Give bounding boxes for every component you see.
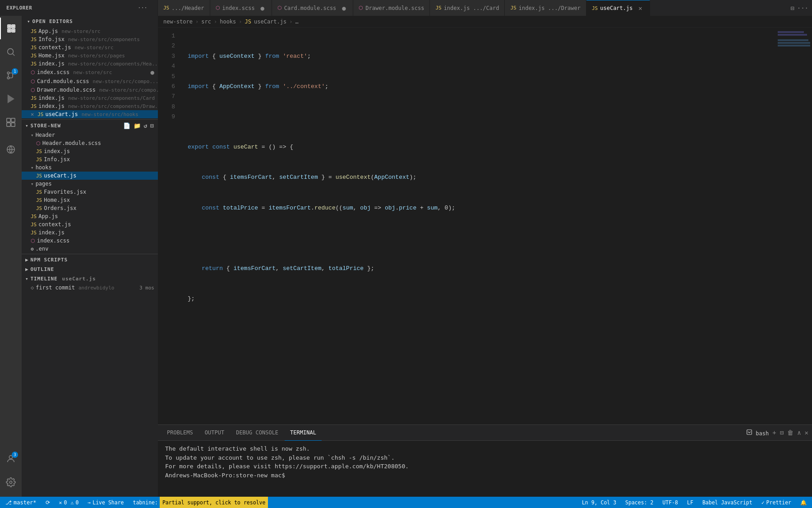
- store-new-header[interactable]: ▾ STORE-NEW 📄 📁 ↺ ⊟: [22, 121, 158, 131]
- tab-close-button[interactable]: ●: [259, 5, 266, 12]
- cursor-position-item[interactable]: Ln 9, Col 3: [580, 497, 618, 508]
- notifications-item[interactable]: 🔔: [798, 497, 808, 508]
- tab-indexjs-drawer[interactable]: JS index.js .../Drawer: [505, 0, 586, 16]
- open-editor-indexjs-draw[interactable]: JS index.js new-store/src/components/Dra…: [22, 102, 158, 110]
- close-usecart-button[interactable]: ✕: [31, 111, 34, 117]
- tab-close-button[interactable]: ✕: [637, 5, 644, 12]
- folder-hooks[interactable]: ▾ hooks: [22, 163, 158, 172]
- timeline-header[interactable]: ▾ TIMELINE useCart.js: [22, 274, 158, 284]
- account-activity-icon[interactable]: 3: [0, 448, 22, 470]
- line-numbers: 1 2 3 4 5 6 7 8 9: [158, 28, 180, 424]
- errors-item[interactable]: ✕ 0 ⚠ 0: [57, 497, 81, 508]
- terminal-content: The default interactive shell is now zsh…: [158, 441, 812, 497]
- file-indexjs-root[interactable]: JS index.js: [22, 228, 158, 237]
- new-folder-button[interactable]: 📁: [134, 122, 141, 129]
- maximize-panel-button[interactable]: ∧: [797, 429, 801, 436]
- tab-indexjs-card[interactable]: JS index.js .../Card: [430, 0, 505, 16]
- open-editor-indexjs-hea[interactable]: JS index.js new-store/src/components/Hea…: [22, 60, 158, 68]
- open-editor-homejsx[interactable]: JS Home.jsx new-store/src/pages: [22, 51, 158, 60]
- encoding-item[interactable]: UTF-8: [660, 497, 680, 508]
- explorer-more-button[interactable]: ···: [134, 5, 151, 11]
- split-terminal-button[interactable]: ⊟: [780, 429, 784, 436]
- live-share-item[interactable]: → Live Share: [86, 497, 125, 508]
- open-editor-contextjs[interactable]: JS context.js new-store/src: [22, 43, 158, 51]
- npm-scripts-header[interactable]: ▶ NPM SCRIPTS: [22, 255, 158, 265]
- warning-message[interactable]: Partial support, click to resolve: [160, 497, 268, 508]
- filepath: new-store/src: [62, 28, 101, 34]
- tab-indexscss[interactable]: ⬡ index.scss ●: [210, 0, 272, 16]
- open-editor-infojsx[interactable]: JS Info.jsx new-store/src/components: [22, 35, 158, 43]
- tab-drawermodule[interactable]: ⬡ Drawer.module.scss: [353, 0, 430, 16]
- folder-header[interactable]: ▾ Header: [22, 131, 158, 139]
- warning-count: 0: [75, 499, 78, 506]
- outline-header[interactable]: ▶ OUTLINE: [22, 265, 158, 274]
- code-content[interactable]: import { useContext } from 'react'; impo…: [180, 28, 776, 424]
- open-editor-appjs[interactable]: JS App.js new-store/src: [22, 27, 158, 35]
- tab-header[interactable]: JS .../Header: [158, 0, 210, 16]
- sync-item[interactable]: ⟳: [44, 497, 52, 508]
- open-editor-usecartjs[interactable]: ✕ JS useCart.js new-store/src/hooks: [22, 110, 158, 118]
- breadcrumb-usecartjs[interactable]: useCart.js: [254, 19, 286, 25]
- tab-output[interactable]: OUTPUT: [199, 425, 230, 441]
- breadcrumb-ellipsis[interactable]: …: [295, 19, 298, 25]
- collapse-button[interactable]: ⊟: [150, 122, 154, 129]
- line-ending-item[interactable]: LF: [685, 497, 695, 508]
- language-item[interactable]: Babel JavaScript: [701, 497, 754, 508]
- open-editor-indexscss[interactable]: ⬡ index.scss new-store/src ●: [22, 68, 158, 77]
- file-infojsx[interactable]: JS Info.jsx: [22, 155, 158, 163]
- file-indexjs-header[interactable]: JS index.js: [22, 147, 158, 155]
- file-contextjs[interactable]: JS context.js: [22, 220, 158, 228]
- timeline-entry[interactable]: ◇ first commit andrewbidylo 3 mos: [22, 284, 158, 292]
- kill-terminal-button[interactable]: 🗑: [787, 429, 794, 436]
- file-homejsx[interactable]: JS Home.jsx: [22, 196, 158, 204]
- jsx-icon: JS: [36, 197, 42, 203]
- settings-activity-icon[interactable]: [0, 471, 22, 493]
- tab-usecart[interactable]: JS useCart.js ✕: [586, 0, 650, 16]
- open-editor-indexjs-card[interactable]: JS index.js new-store/src/components/Car…: [22, 94, 158, 102]
- tab-close-button[interactable]: ●: [340, 5, 347, 12]
- file-env[interactable]: ⚙ .env: [22, 245, 158, 253]
- file-usecartjs[interactable]: JS useCart.js: [22, 172, 158, 180]
- git-branch-item[interactable]: ⎇ master*: [4, 497, 38, 508]
- tab-cardmodule[interactable]: ⬡ Card.module.scss ●: [272, 0, 354, 16]
- chevron-down-icon: ▾: [31, 181, 34, 187]
- filename: context.js: [38, 44, 71, 51]
- search-activity-icon[interactable]: [0, 41, 22, 63]
- remote-activity-icon[interactable]: [0, 139, 22, 160]
- run-activity-icon[interactable]: [0, 88, 22, 110]
- file-appjs[interactable]: JS App.js: [22, 212, 158, 220]
- open-editor-drawermodule[interactable]: ⬡ Drawer.module.scss new-store/src/compo…: [22, 86, 158, 94]
- new-file-button[interactable]: 📄: [123, 122, 131, 129]
- add-terminal-button[interactable]: +: [772, 429, 776, 436]
- formatter-item[interactable]: ✓ Prettier: [760, 497, 793, 508]
- folder-pages[interactable]: ▾ pages: [22, 180, 158, 188]
- tab-terminal[interactable]: TERMINAL: [285, 425, 322, 441]
- filepath: new-store/src/components: [68, 37, 140, 42]
- tabnine-item[interactable]: tabnine:: [131, 497, 160, 508]
- extensions-activity-icon[interactable]: [0, 112, 22, 133]
- open-editors-section: ▾ OPEN EDITORS JS App.js new-store/src J…: [22, 16, 158, 118]
- tab-label: .../Header: [171, 5, 204, 11]
- breadcrumb-new-store[interactable]: new-store: [163, 19, 193, 25]
- file-favoritesjsx[interactable]: JS Favorites.jsx: [22, 188, 158, 196]
- open-editors-header[interactable]: ▾ OPEN EDITORS: [22, 16, 158, 27]
- file-indexscss-root[interactable]: ⬡ index.scss: [22, 237, 158, 245]
- commit-icon: ◇: [31, 284, 34, 291]
- sidebar: ▾ OPEN EDITORS JS App.js new-store/src J…: [22, 16, 158, 497]
- open-editor-cardmodule[interactable]: ⬡ Card.module.scss new-store/src/compo..…: [22, 77, 158, 86]
- tab-problems[interactable]: PROBLEMS: [161, 425, 198, 441]
- live-share-label: Live Share: [92, 499, 124, 506]
- tab-debug-console[interactable]: DEBUG CONSOLE: [231, 425, 284, 441]
- file-headermodule[interactable]: ⬡ Header.module.scss: [22, 139, 158, 147]
- source-control-activity-icon[interactable]: 1: [0, 65, 22, 86]
- close-panel-button[interactable]: ✕: [805, 429, 808, 436]
- explorer-activity-icon[interactable]: [0, 18, 22, 39]
- more-actions-button[interactable]: ···: [797, 5, 808, 12]
- svg-rect-17: [747, 429, 752, 434]
- breadcrumb-src[interactable]: src: [201, 19, 211, 25]
- file-ordersjsx[interactable]: JS Orders.jsx: [22, 204, 158, 212]
- refresh-button[interactable]: ↺: [144, 122, 148, 129]
- split-editor-button[interactable]: ⊟: [790, 5, 794, 12]
- spaces-item[interactable]: Spaces: 2: [623, 497, 655, 508]
- breadcrumb-hooks[interactable]: hooks: [220, 19, 236, 25]
